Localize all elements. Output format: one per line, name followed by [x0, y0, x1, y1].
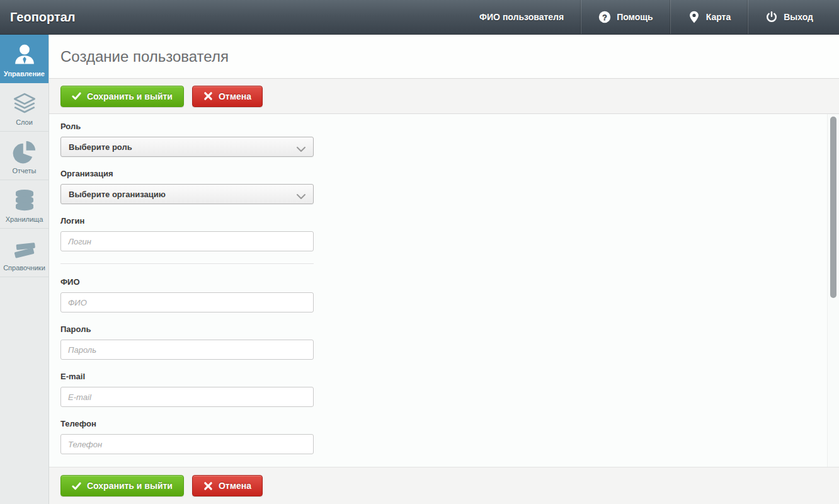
phone-label: Телефон [60, 419, 314, 428]
role-label: Роль [60, 122, 314, 131]
close-icon [203, 91, 213, 101]
books-icon [11, 236, 38, 262]
user-profile-link[interactable]: ФИО пользователя [462, 0, 581, 34]
sidebar-item-reports[interactable]: Отчеты [0, 132, 49, 180]
cancel-button[interactable]: Отмена [192, 475, 263, 496]
login-label: Логин [60, 216, 314, 226]
email-input[interactable] [60, 387, 314, 407]
sidebar-item-label: Слои [16, 118, 33, 126]
fullname-label: ФИО [60, 277, 314, 287]
check-icon [72, 91, 81, 101]
cancel-button-label: Отмена [219, 481, 251, 491]
header-nav: ФИО пользователя ? Помощь Карта Выход [462, 0, 839, 34]
pie-chart-icon [11, 139, 38, 165]
login-field-group: Логин [60, 216, 314, 251]
role-select[interactable]: Выберите роль [60, 137, 314, 157]
database-icon [11, 187, 38, 214]
chevron-down-icon [297, 144, 305, 149]
title-bar: Создание пользователя [49, 35, 839, 79]
cancel-button-label: Отмена [219, 91, 251, 101]
sidebar-item-layers[interactable]: Слои [0, 83, 49, 132]
help-label: Помощь [617, 12, 653, 22]
role-field-group: Роль Выберите роль [60, 122, 314, 157]
app-brand: Геопортал [10, 10, 76, 25]
form-divider [60, 263, 314, 264]
phone-field-group: Телефон [60, 419, 314, 454]
email-label: E-mail [60, 372, 314, 381]
password-field-group: Пароль [60, 324, 314, 360]
organization-field-group: Организация Выберите организацию [60, 169, 314, 204]
close-icon [203, 481, 213, 491]
page-title: Создание пользователя [60, 48, 229, 66]
sidebar: Управление Слои Отчеты Хранилища Справоч… [0, 35, 49, 504]
top-header: Геопортал ФИО пользователя ? Помощь Карт… [0, 0, 839, 35]
scrollbar-thumb[interactable] [830, 117, 836, 298]
chevron-down-icon [297, 192, 305, 197]
save-button-label: Сохранить и выйти [87, 481, 173, 491]
save-and-exit-button[interactable]: Сохранить и выйти [60, 86, 184, 107]
check-icon [72, 481, 81, 491]
fullname-field-group: ФИО [60, 277, 314, 312]
save-and-exit-button[interactable]: Сохранить и выйти [60, 475, 184, 496]
sidebar-item-storages[interactable]: Хранилища [0, 180, 49, 229]
svg-text:?: ? [602, 13, 607, 22]
help-icon: ? [598, 11, 611, 23]
user-icon [11, 42, 38, 68]
save-button-label: Сохранить и выйти [87, 91, 173, 101]
logout-label: Выход [784, 12, 813, 22]
organization-label: Организация [60, 169, 314, 178]
layers-icon [11, 90, 38, 117]
bottom-toolbar: Сохранить и выйти Отмена [49, 467, 839, 504]
power-icon [765, 11, 778, 23]
top-toolbar: Сохранить и выйти Отмена [49, 79, 839, 114]
password-input[interactable] [60, 340, 314, 360]
sidebar-item-label: Справочники [3, 264, 45, 272]
password-label: Пароль [60, 324, 314, 334]
sidebar-item-label: Управление [4, 70, 45, 77]
email-field-group: E-mail [60, 372, 314, 407]
sidebar-item-label: Отчеты [12, 167, 36, 175]
create-user-form: Роль Выберите роль Организация Выберите … [49, 114, 839, 467]
user-name-label: ФИО пользователя [479, 12, 564, 22]
map-label: Карта [706, 12, 731, 22]
organization-select[interactable]: Выберите организацию [60, 184, 314, 204]
login-input[interactable] [60, 231, 314, 251]
sidebar-item-label: Хранилища [6, 215, 43, 223]
logout-link[interactable]: Выход [748, 0, 830, 34]
map-link[interactable]: Карта [671, 0, 748, 34]
role-select-value: Выберите роль [69, 142, 132, 152]
organization-select-value: Выберите организацию [69, 190, 166, 199]
cancel-button[interactable]: Отмена [192, 86, 263, 107]
map-pin-icon [688, 11, 700, 23]
help-link[interactable]: ? Помощь [581, 0, 670, 34]
sidebar-item-management[interactable]: Управление [0, 35, 49, 83]
phone-input[interactable] [60, 434, 314, 454]
scrollbar-track[interactable] [827, 114, 839, 467]
main-content: Создание пользователя Сохранить и выйти … [49, 35, 839, 504]
fullname-input[interactable] [60, 292, 314, 312]
sidebar-item-directories[interactable]: Справочники [0, 229, 49, 277]
